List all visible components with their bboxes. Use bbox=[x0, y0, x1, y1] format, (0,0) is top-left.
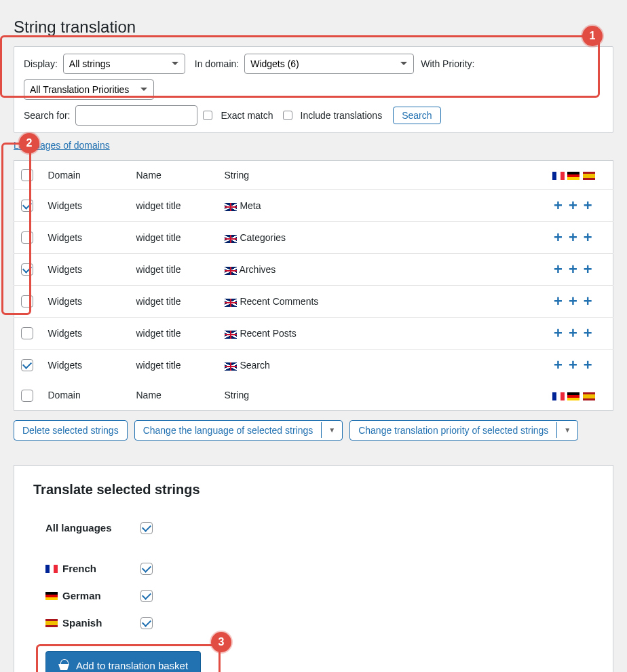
chevron-down-icon: ▼ bbox=[556, 422, 577, 438]
annotation-circle-1: 1 bbox=[582, 26, 603, 46]
table-row: Widgetswidget title Meta+ + + bbox=[14, 190, 613, 222]
table-row: Widgetswidget title Recent Posts+ + + bbox=[14, 318, 613, 350]
add-translation-de[interactable]: + bbox=[567, 294, 579, 309]
include-translations-checkbox[interactable] bbox=[283, 111, 292, 120]
cell-domain: Widgets bbox=[41, 286, 130, 318]
exact-match-label: Exact match bbox=[221, 110, 273, 121]
search-input[interactable] bbox=[75, 105, 197, 126]
priority-label: With Priority: bbox=[421, 58, 474, 69]
cell-domain: Widgets bbox=[41, 254, 130, 286]
row-checkbox[interactable] bbox=[21, 200, 33, 212]
language-checkbox[interactable] bbox=[140, 617, 153, 629]
cell-domain: Widgets bbox=[41, 318, 130, 350]
search-label: Search for: bbox=[24, 110, 70, 121]
domain-select[interactable]: Widgets (6) bbox=[244, 54, 414, 74]
row-checkbox[interactable] bbox=[21, 359, 33, 371]
cell-domain: Widgets bbox=[41, 222, 130, 254]
cell-string: Categories bbox=[218, 222, 546, 254]
flag-de-icon bbox=[45, 592, 58, 600]
add-translation-es[interactable]: + bbox=[582, 198, 594, 213]
language-label: French bbox=[45, 563, 140, 574]
add-translation-fr[interactable]: + bbox=[552, 294, 565, 309]
strings-table: Domain Name String Widgetswidget title M… bbox=[14, 160, 613, 411]
add-translation-fr[interactable]: + bbox=[552, 198, 565, 213]
select-all-checkbox-footer[interactable] bbox=[21, 390, 33, 402]
th-languages bbox=[546, 161, 613, 190]
change-language-select[interactable]: Change the language of selected strings … bbox=[134, 420, 343, 441]
page-title: String translation bbox=[14, 18, 613, 37]
cell-name: widget title bbox=[130, 190, 218, 222]
add-to-basket-button[interactable]: Add to translation basket bbox=[45, 651, 201, 672]
tf-string[interactable]: String bbox=[218, 381, 546, 410]
language-label: German bbox=[45, 590, 140, 601]
add-translation-fr[interactable]: + bbox=[552, 358, 565, 373]
delete-selected-button[interactable]: Delete selected strings bbox=[14, 420, 128, 441]
cell-string: Archives bbox=[218, 254, 546, 286]
chevron-down-icon: ▼ bbox=[321, 422, 342, 438]
cell-domain: Widgets bbox=[41, 350, 130, 381]
flag-gb-icon bbox=[225, 331, 237, 339]
tf-domain[interactable]: Domain bbox=[41, 381, 130, 410]
annotation-circle-3: 3 bbox=[211, 632, 231, 652]
tf-languages bbox=[546, 381, 613, 410]
flag-es-icon bbox=[45, 619, 58, 627]
flag-gb-icon bbox=[225, 362, 237, 371]
search-button[interactable]: Search bbox=[393, 107, 440, 124]
flag-gb-icon bbox=[225, 203, 237, 211]
annotation-circle-2: 2 bbox=[19, 133, 39, 153]
th-string[interactable]: String bbox=[218, 161, 546, 190]
translate-selected-heading: Translate selected strings bbox=[33, 482, 594, 498]
language-checkbox[interactable] bbox=[140, 590, 153, 602]
add-translation-de[interactable]: + bbox=[567, 262, 579, 277]
exact-match-checkbox[interactable] bbox=[203, 111, 212, 120]
add-translation-es[interactable]: + bbox=[582, 230, 594, 245]
th-domain[interactable]: Domain bbox=[41, 161, 130, 190]
row-checkbox[interactable] bbox=[21, 295, 33, 307]
cell-name: widget title bbox=[130, 286, 218, 318]
table-row: Widgetswidget title Archives+ + + bbox=[14, 254, 613, 286]
display-label: Display: bbox=[24, 58, 58, 69]
add-translation-de[interactable]: + bbox=[567, 358, 579, 373]
cell-domain: Widgets bbox=[41, 190, 130, 222]
cell-name: widget title bbox=[130, 318, 218, 350]
flag-de-icon bbox=[567, 392, 580, 400]
language-row: French bbox=[45, 563, 582, 575]
add-translation-es[interactable]: + bbox=[582, 262, 594, 277]
add-translation-de[interactable]: + bbox=[567, 230, 579, 245]
cell-name: widget title bbox=[130, 254, 218, 286]
change-priority-select[interactable]: Change translation priority of selected … bbox=[349, 420, 578, 441]
tf-name[interactable]: Name bbox=[130, 381, 218, 410]
flag-es-icon bbox=[583, 172, 595, 180]
all-languages-checkbox[interactable] bbox=[140, 522, 153, 534]
add-translation-de[interactable]: + bbox=[567, 198, 579, 213]
include-translations-label: Include translations bbox=[301, 110, 383, 121]
table-row: Widgetswidget title Recent Comments+ + + bbox=[14, 286, 613, 318]
flag-es-icon bbox=[583, 392, 595, 400]
add-translation-es[interactable]: + bbox=[582, 326, 594, 341]
display-select[interactable]: All strings bbox=[63, 54, 185, 74]
add-translation-fr[interactable]: + bbox=[552, 262, 565, 277]
cell-string: Meta bbox=[218, 190, 546, 222]
select-all-checkbox[interactable] bbox=[21, 169, 33, 181]
flag-gb-icon bbox=[225, 235, 237, 243]
row-checkbox[interactable] bbox=[21, 327, 33, 339]
cell-string: Recent Comments bbox=[218, 286, 546, 318]
language-checkbox[interactable] bbox=[140, 563, 153, 575]
table-row: Widgetswidget title Search+ + + bbox=[14, 350, 613, 381]
add-to-basket-label: Add to translation basket bbox=[76, 660, 188, 671]
row-checkbox[interactable] bbox=[21, 263, 33, 276]
priority-select[interactable]: All Translation Priorities bbox=[24, 79, 154, 100]
filter-bar: Display: All strings In domain: Widgets … bbox=[14, 46, 613, 133]
add-translation-es[interactable]: + bbox=[582, 294, 594, 309]
language-row: German bbox=[45, 590, 582, 602]
translate-selected-panel: Translate selected strings All languages… bbox=[14, 465, 613, 672]
add-translation-es[interactable]: + bbox=[582, 358, 594, 373]
cell-name: widget title bbox=[130, 222, 218, 254]
row-checkbox[interactable] bbox=[21, 231, 33, 244]
domain-label: In domain: bbox=[195, 58, 239, 69]
th-name[interactable]: Name bbox=[130, 161, 218, 190]
flag-gb-icon bbox=[225, 267, 237, 275]
add-translation-de[interactable]: + bbox=[567, 326, 579, 341]
add-translation-fr[interactable]: + bbox=[552, 230, 565, 245]
add-translation-fr[interactable]: + bbox=[552, 326, 565, 341]
